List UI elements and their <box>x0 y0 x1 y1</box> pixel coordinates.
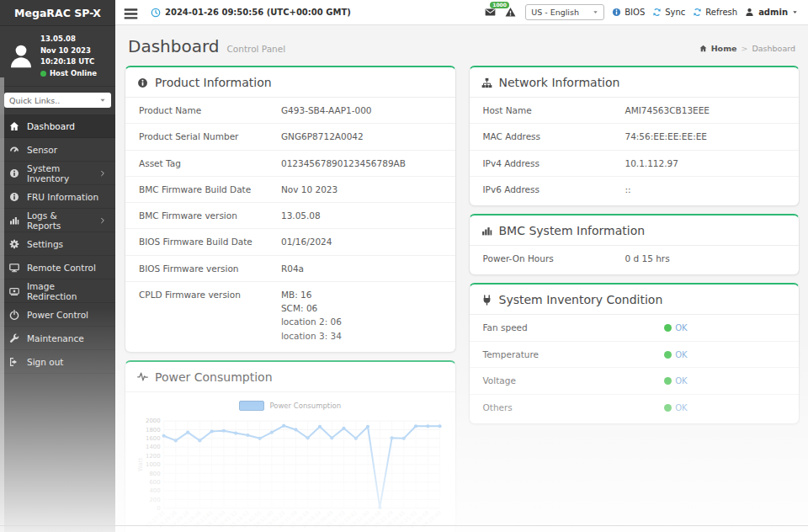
table-row: BMC Firmware version13.05.08 <box>125 203 455 229</box>
sidebar: MegaRAC SP-X 13.05.08 Nov 10 2023 10:20:… <box>0 0 115 532</box>
sidebar-item-label: Settings <box>27 239 63 249</box>
sidebar-scrollbar[interactable] <box>0 77 4 532</box>
quick-links-select[interactable]: Quick Links.. <box>4 93 111 108</box>
row-value: 01234567890123456789AB <box>281 157 442 170</box>
row-value: :: <box>625 183 785 196</box>
panel-title: BMC System Information <box>470 215 800 246</box>
refresh-label: Refresh <box>705 8 737 17</box>
sidebar-item-image-redirection[interactable]: Image Redirection <box>0 279 115 303</box>
sidebar-item-fru-information[interactable]: FRU Information <box>0 185 115 209</box>
sidebar-item-label: Maintenance <box>27 333 84 343</box>
row-label: Voltage <box>483 374 665 388</box>
status-cell: OK <box>664 321 785 335</box>
row-value: GNG6P8712A0042 <box>281 130 442 143</box>
table-row: MAC Address74:56:EE:EE:EE:EE <box>470 124 800 150</box>
sidebar-item-label: Remote Control <box>27 263 96 273</box>
svg-text:1000: 1000 <box>146 461 161 468</box>
left-column: Product Information Product NameG493-SB4… <box>125 66 456 524</box>
legend-label: Power Consumption <box>269 402 341 410</box>
row-value: R04a <box>281 262 442 275</box>
sidebar-item-sensor[interactable]: Sensor <box>0 138 115 162</box>
info-icon <box>9 168 19 178</box>
breadcrumb-current: Dashboard <box>752 44 795 53</box>
sync-label: Sync <box>665 8 685 17</box>
sidebar-item-settings[interactable]: Settings <box>0 232 115 256</box>
host-status: Host Online <box>50 68 97 80</box>
sync-button[interactable]: Sync <box>652 8 685 17</box>
firmware-version: 13.05.08 <box>40 34 109 45</box>
chevron-right-icon <box>99 217 106 224</box>
messages-button[interactable]: 1000 <box>485 7 497 18</box>
sidebar-menu: DashboardSensorSystem InventoryFRU Infor… <box>0 113 115 374</box>
sidebar-item-power-control[interactable]: Power Control <box>0 303 115 327</box>
chevron-right-icon <box>99 170 106 177</box>
sidebar-item-label: FRU Information <box>27 192 98 202</box>
language-select[interactable]: US - English <box>525 4 604 20</box>
row-label: MAC Address <box>483 130 625 143</box>
row-value: 74:56:EE:EE:EE:EE <box>625 130 785 143</box>
sidebar-user-info: 13.05.08 Nov 10 2023 10:20:18 UTC Host O… <box>0 26 115 87</box>
breadcrumb-home[interactable]: Home <box>711 44 737 53</box>
bios-label: BIOS <box>625 8 645 17</box>
svg-text:1200: 1200 <box>146 453 161 460</box>
status-ok-dot <box>664 377 672 385</box>
datetime-text: 2024-01-26 09:50:56 (UTC+00:00 GMT) <box>165 8 351 17</box>
alerts-button[interactable] <box>505 7 518 18</box>
sidebar-item-label: System Inventory <box>27 163 92 184</box>
user-menu-button[interactable]: admin <box>745 8 798 17</box>
breadcrumb-separator: > <box>741 44 747 53</box>
panel-title-text: Product Information <box>155 76 272 89</box>
panel-title-text: BMC System Information <box>499 224 646 237</box>
sidebar-item-sign-out[interactable]: Sign out <box>0 350 115 374</box>
plug-icon <box>481 295 492 306</box>
dashboard-content: Product Information Product NameG493-SB4… <box>115 64 808 532</box>
disc-icon <box>9 286 19 296</box>
status-cell: OK <box>664 348 785 362</box>
status-ok-label: OK <box>675 350 687 359</box>
row-label: CPLD Firmware version <box>139 288 281 343</box>
sidebar-item-logs-reports[interactable]: Logs & Reports <box>0 209 115 232</box>
topbar: 2024-01-26 09:50:56 (UTC+00:00 GMT) 1000… <box>115 0 808 25</box>
status-ok-dot <box>664 324 672 332</box>
sidebar-item-dashboard[interactable]: Dashboard <box>0 114 115 138</box>
gear-icon <box>9 239 19 249</box>
bmc-system-information-panel: BMC System Information Power-On Hours0 d… <box>469 214 800 275</box>
language-value: US - English <box>531 8 579 17</box>
svg-text:200: 200 <box>149 497 160 503</box>
chart-legend[interactable]: Power Consumption <box>136 401 445 411</box>
row-value: AMI74563CB13EEE <box>625 104 785 117</box>
panel-title-text: Network Information <box>499 76 620 89</box>
refresh-button[interactable]: Refresh <box>693 8 737 17</box>
clock-icon <box>151 8 161 18</box>
hamburger-menu-icon[interactable] <box>124 7 138 18</box>
bmc-info-table: Power-On Hours0 d 15 hrs <box>470 246 800 274</box>
sidebar-item-label: Logs & Reports <box>27 210 92 231</box>
home-icon <box>9 121 19 131</box>
panel-title: System Inventory Condition <box>470 285 800 315</box>
row-value: 10.1.112.97 <box>625 157 785 170</box>
sidebar-item-remote-control[interactable]: Remote Control <box>0 256 115 279</box>
system-time: 2024-01-26 09:50:56 (UTC+00:00 GMT) <box>151 8 351 18</box>
sidebar-item-maintenance[interactable]: Maintenance <box>0 327 115 350</box>
sidebar-item-system-inventory[interactable]: System Inventory <box>0 162 115 185</box>
breadcrumb: Home > Dashboard <box>699 44 795 53</box>
gauge-icon <box>9 145 19 155</box>
product-information-panel: Product Information Product NameG493-SB4… <box>125 66 456 353</box>
sidebar-item-label: Dashboard <box>27 121 75 131</box>
hamburger-icon <box>124 7 138 21</box>
table-row: Fan speedOK <box>470 315 800 342</box>
sidebar-item-label: Power Control <box>27 310 88 320</box>
table-row: TemperatureOK <box>470 342 800 369</box>
sidebar-item-label: Image Redirection <box>27 281 106 301</box>
status-ok-label: OK <box>675 376 687 386</box>
svg-text:1800: 1800 <box>146 427 161 434</box>
table-row: Asset Tag01234567890123456789AB <box>125 151 455 177</box>
avatar <box>8 43 35 70</box>
page-bottom-divider <box>0 525 808 526</box>
inventory-condition-table: Fan speedOKTemperatureOKVoltageOKOthersO… <box>470 315 800 423</box>
row-label: BMC Firmware version <box>139 209 281 222</box>
panel-title-text: System Inventory Condition <box>499 293 663 306</box>
status-ok-label: OK <box>675 403 687 412</box>
bios-button[interactable]: BIOS <box>612 8 645 17</box>
svg-text:400: 400 <box>149 487 160 494</box>
